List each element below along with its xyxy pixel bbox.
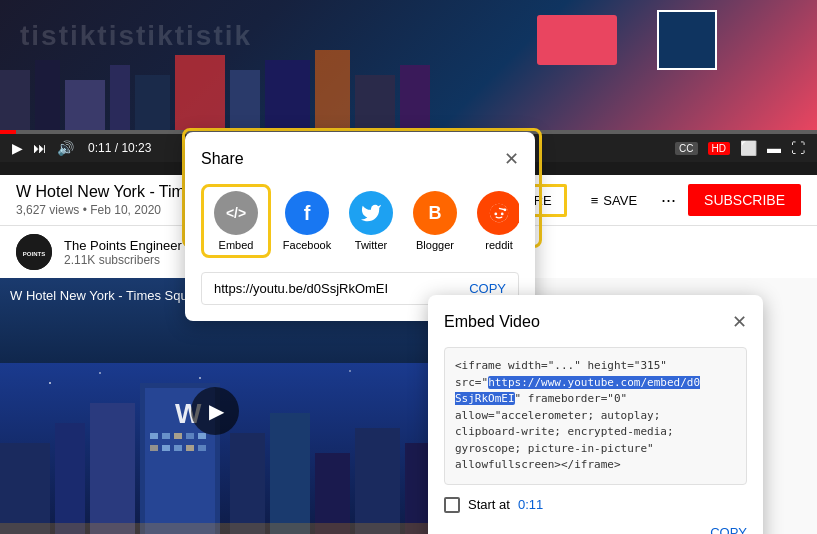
points-engineer-logo: POINTS [16, 234, 52, 270]
play-button[interactable]: ▶ [12, 140, 23, 156]
svg-rect-18 [0, 443, 50, 534]
share-dialog: Share ✕ </> Embed f Facebook Twitter [185, 132, 535, 321]
svg-point-41 [494, 213, 497, 216]
facebook-label: Facebook [283, 239, 331, 251]
blogger-icon: B [413, 191, 457, 235]
svg-rect-9 [355, 75, 395, 130]
miniplayer-button[interactable]: ⬜ [740, 140, 757, 156]
video-thumbnail: tistiktistiktistik [0, 0, 817, 130]
svg-point-42 [501, 213, 504, 216]
facebook-share-option[interactable]: f Facebook [279, 191, 335, 251]
svg-rect-35 [270, 413, 310, 534]
reddit-share-option[interactable]: reddit [471, 191, 519, 251]
embed-dialog-title: Embed Video [444, 313, 540, 331]
embed-code-box[interactable]: <iframe width="..." height="315" src="ht… [444, 347, 747, 485]
embed-label: Embed [219, 239, 254, 251]
svg-rect-30 [162, 445, 170, 451]
svg-rect-2 [65, 80, 105, 130]
svg-rect-31 [174, 445, 182, 451]
embed-code-line6: allowfullscreen></iframe> [455, 457, 736, 474]
svg-rect-25 [162, 433, 170, 439]
svg-point-16 [199, 377, 201, 379]
svg-rect-36 [315, 453, 350, 534]
svg-rect-8 [315, 50, 350, 130]
fullscreen-button[interactable]: ⛶ [791, 140, 805, 156]
svg-rect-20 [90, 403, 135, 534]
blogger-label: Blogger [416, 239, 454, 251]
svg-rect-37 [355, 428, 400, 534]
svg-rect-39 [0, 523, 430, 534]
share-dialog-header: Share ✕ [201, 148, 519, 170]
play-icon: ▶ [209, 399, 224, 423]
copy-link-button[interactable]: COPY [469, 281, 506, 296]
svg-rect-1 [35, 60, 60, 130]
embed-icon: </> [214, 191, 258, 235]
start-at-checkbox[interactable] [444, 497, 460, 513]
player-controls-right: CC HD ⬜ ▬ ⛶ [675, 140, 805, 156]
subscribe-button[interactable]: SUBSCRIBE [688, 184, 801, 216]
blogger-share-option[interactable]: B Blogger [407, 191, 463, 251]
embed-url-highlight: https://www.youtube.com/embed/d0SsjRkOmE… [455, 376, 700, 406]
twitter-share-option[interactable]: Twitter [343, 191, 399, 251]
embed-icon-symbol: </> [226, 205, 246, 221]
theater-button[interactable]: ▬ [767, 140, 781, 156]
embed-share-option[interactable]: </> Embed [208, 191, 264, 251]
embed-option-highlighted: </> Embed [201, 184, 271, 258]
video-title-section: W Hotel New York - Tim... 3,627 views • … [16, 183, 198, 217]
svg-point-17 [349, 370, 351, 372]
share-dialog-close[interactable]: ✕ [504, 148, 519, 170]
svg-rect-0 [0, 70, 30, 130]
svg-rect-19 [55, 423, 85, 534]
twitter-bird-icon [360, 202, 382, 224]
svg-rect-10 [400, 65, 430, 130]
share-options-list: </> Embed f Facebook Twitter B Blogger [201, 184, 519, 258]
embed-dialog: Embed Video ✕ <iframe width="..." height… [428, 295, 763, 534]
svg-point-14 [49, 382, 51, 384]
svg-rect-24 [150, 433, 158, 439]
embed-copy-row: COPY [444, 525, 747, 535]
svg-rect-33 [198, 445, 206, 451]
svg-rect-29 [150, 445, 158, 451]
embed-dialog-close[interactable]: ✕ [732, 311, 747, 333]
more-options-button[interactable]: ··· [661, 190, 676, 211]
hd-badge: HD [708, 142, 730, 155]
svg-point-15 [99, 372, 101, 374]
volume-button[interactable]: 🔊 [57, 140, 74, 156]
svg-rect-32 [186, 445, 194, 451]
reddit-alien-icon [488, 202, 510, 224]
play-button-center[interactable]: ▶ [191, 387, 239, 435]
channel-subscribers: 2.11K subscribers [64, 253, 182, 267]
save-button[interactable]: ≡ SAVE [579, 187, 649, 214]
svg-rect-5 [175, 55, 225, 130]
video-bg-text: tistiktistiktistik [20, 20, 252, 52]
svg-rect-26 [174, 433, 182, 439]
cc-badge[interactable]: CC [675, 142, 697, 155]
svg-rect-27 [186, 433, 194, 439]
svg-rect-6 [230, 70, 260, 130]
reddit-label: reddit [485, 239, 513, 251]
video-title: W Hotel New York - Tim... [16, 183, 198, 201]
embed-code-line2: src="https://www.youtube.com/embed/d0Ssj… [455, 375, 736, 408]
next-button[interactable]: ⏭ [33, 140, 47, 156]
embed-start-label: Start at [468, 497, 510, 512]
share-dialog-title: Share [201, 150, 244, 168]
embed-code-line1: <iframe width="..." height="315" [455, 358, 736, 375]
embed-start-row: Start at 0:11 [444, 497, 747, 513]
channel-info: The Points Engineer 2.11K subscribers [64, 238, 182, 267]
channel-avatar[interactable]: POINTS [16, 234, 52, 270]
embed-copy-button[interactable]: COPY [710, 525, 747, 535]
channel-name[interactable]: The Points Engineer [64, 238, 182, 253]
embed-code-line5: gyroscope; picture-in-picture" [455, 441, 736, 458]
embed-start-time: 0:11 [518, 497, 543, 512]
video-meta: 3,627 views • Feb 10, 2020 [16, 203, 198, 217]
svg-rect-3 [110, 65, 130, 130]
reddit-icon [477, 191, 519, 235]
facebook-icon: f [285, 191, 329, 235]
cityscape-svg [0, 50, 817, 130]
save-icon: ≡ [591, 193, 599, 208]
svg-rect-34 [230, 433, 265, 534]
share-url-text: https://youtu.be/d0SsjRkOmEI [214, 281, 469, 296]
svg-rect-4 [135, 75, 170, 130]
twitter-label: Twitter [355, 239, 387, 251]
embed-code-line4: clipboard-write; encrypted-media; [455, 424, 736, 441]
